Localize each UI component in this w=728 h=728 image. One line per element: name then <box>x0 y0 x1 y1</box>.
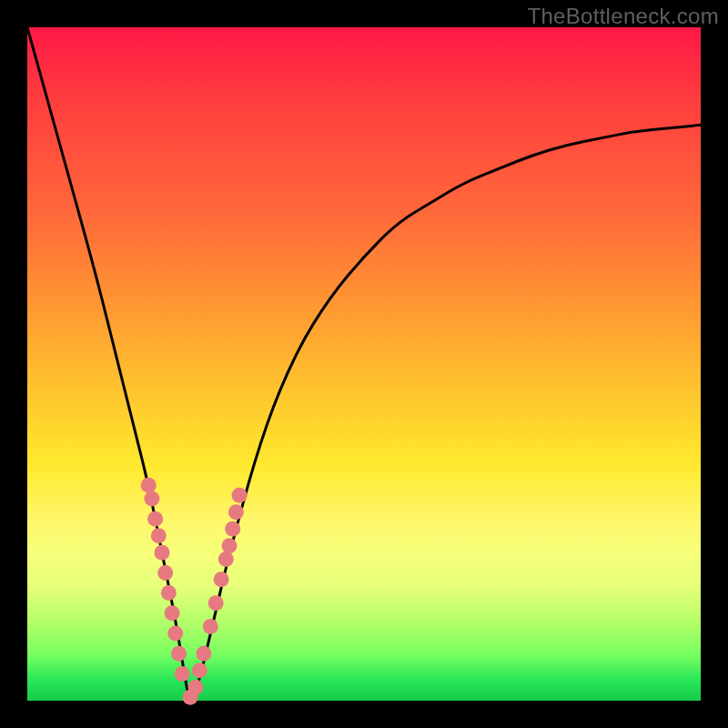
highlight-dot <box>151 528 167 543</box>
highlight-dot <box>147 511 163 527</box>
highlight-dot <box>144 491 159 507</box>
watermark-text: TheBottleneck.com <box>527 4 719 29</box>
highlight-dot <box>165 605 180 621</box>
highlight-dot <box>157 565 173 581</box>
highlight-dot <box>203 619 218 634</box>
highlight-dot <box>171 646 187 662</box>
highlight-dot <box>188 680 204 695</box>
highlight-dot <box>155 545 170 561</box>
highlight-dot <box>141 478 157 493</box>
plot-area <box>27 27 701 701</box>
highlight-dot <box>196 646 211 662</box>
highlight-dot <box>218 551 234 567</box>
bottleneck-curve <box>27 27 701 698</box>
highlight-dots <box>141 478 248 705</box>
highlight-dot <box>225 521 240 537</box>
highlight-dot <box>228 504 244 520</box>
highlight-dot <box>214 571 229 587</box>
highlight-dot <box>175 666 190 682</box>
highlight-dot <box>208 595 224 611</box>
highlight-dot <box>232 488 248 503</box>
highlight-dot <box>222 538 238 553</box>
highlight-dot <box>192 662 207 678</box>
chart-frame: TheBottleneck.com <box>0 0 728 728</box>
curve-layer <box>27 27 701 701</box>
highlight-dot <box>161 585 177 601</box>
highlight-dot <box>167 626 183 642</box>
